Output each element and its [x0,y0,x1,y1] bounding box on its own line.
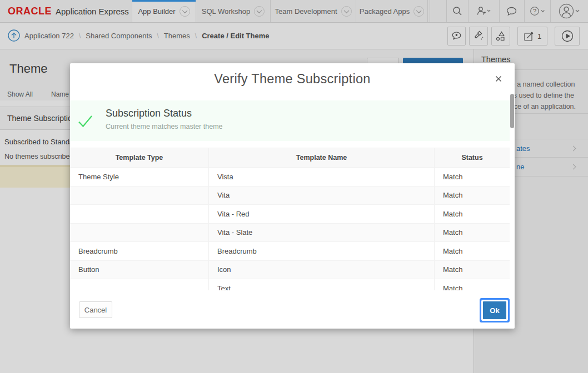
success-message: Subscription Status Current theme matche… [70,100,510,141]
check-icon [78,115,93,128]
table-row: Theme StyleVistaMatch [70,168,510,186]
col-status: Status [435,148,510,167]
col-template-name: Template Name [209,148,435,167]
dialog-scrollbar[interactable] [510,94,515,290]
table-header-row: Template Type Template Name Status [70,148,510,168]
verify-theme-subscription-dialog: Verify Theme Subscription Subscription S… [70,63,515,329]
table-row: Vita - SlateMatch [70,224,510,243]
table-row: BreadcrumbBreadcrumbMatch [70,242,510,261]
table-row: VitaMatch [70,186,510,205]
table-row: ButtonIconMatch [70,261,510,280]
success-title: Subscription Status [106,108,192,119]
close-icon[interactable] [494,74,504,84]
scrollbar-thumb[interactable] [510,94,514,128]
verification-table: Template Type Template Name Status Theme… [70,148,510,290]
page: ORACLE Application Express App Builder S… [0,0,588,373]
table-row: TextMatch [70,279,510,290]
success-subtitle: Current theme matches master theme [106,123,223,130]
table-row: Vita - RedMatch [70,205,510,224]
col-template-type: Template Type [70,148,209,167]
cancel-button[interactable]: Cancel [79,301,112,318]
dialog-title: Verify Theme Subscription [70,72,515,87]
ok-button[interactable]: Ok [483,301,506,319]
